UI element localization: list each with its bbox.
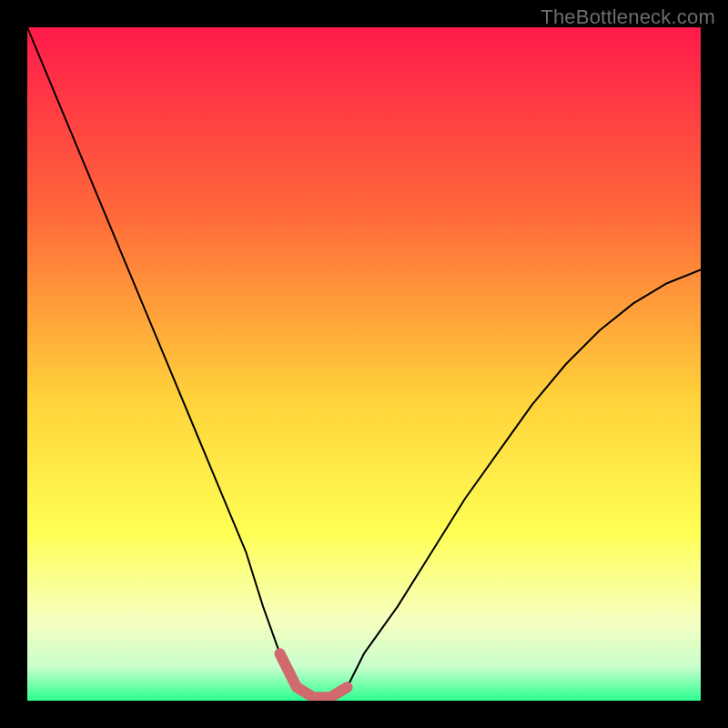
watermark-label: TheBottleneck.com xyxy=(541,5,715,29)
chart-frame: TheBottleneck.com xyxy=(0,0,728,728)
plot-area xyxy=(27,27,701,701)
gradient-background xyxy=(27,27,701,701)
chart-svg xyxy=(27,27,701,701)
